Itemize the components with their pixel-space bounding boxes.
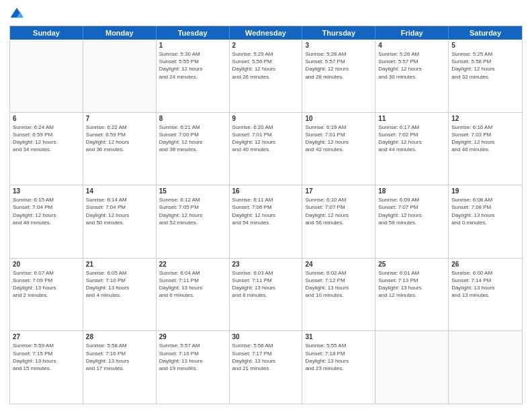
calendar-day-7: 7Sunrise: 6:22 AM Sunset: 6:59 PM Daylig… [83, 113, 157, 185]
calendar-day-25: 25Sunrise: 6:01 AM Sunset: 7:13 PM Dayli… [375, 259, 449, 331]
day-number: 21 [86, 261, 153, 268]
calendar-week-1: 6Sunrise: 6:24 AM Sunset: 6:59 PM Daylig… [10, 113, 522, 186]
day-info: Sunrise: 6:03 AM Sunset: 7:11 PM Dayligh… [232, 269, 300, 300]
day-number: 30 [232, 333, 300, 340]
page-header [9, 7, 523, 21]
day-info: Sunrise: 5:55 AM Sunset: 7:18 PM Dayligh… [305, 342, 372, 372]
calendar-day-16: 16Sunrise: 6:11 AM Sunset: 7:06 PM Dayli… [230, 185, 303, 258]
calendar-day-9: 9Sunrise: 6:20 AM Sunset: 7:01 PM Daylig… [230, 113, 303, 185]
day-info: Sunrise: 5:59 AM Sunset: 7:15 PM Dayligh… [13, 342, 80, 372]
day-number: 3 [305, 42, 372, 49]
calendar-day-27: 27Sunrise: 5:59 AM Sunset: 7:15 PM Dayli… [10, 331, 83, 404]
day-number: 1 [159, 42, 226, 49]
calendar-weekday-monday: Monday [83, 26, 157, 40]
day-info: Sunrise: 6:01 AM Sunset: 7:13 PM Dayligh… [378, 269, 445, 300]
day-info: Sunrise: 6:02 AM Sunset: 7:12 PM Dayligh… [305, 269, 372, 300]
day-number: 25 [378, 261, 445, 268]
day-info: Sunrise: 6:16 AM Sunset: 7:03 PM Dayligh… [451, 124, 519, 154]
day-number: 18 [378, 187, 445, 195]
day-info: Sunrise: 5:56 AM Sunset: 7:17 PM Dayligh… [232, 342, 300, 372]
calendar-weekday-friday: Friday [375, 26, 449, 40]
day-number: 28 [86, 333, 153, 340]
day-info: Sunrise: 6:22 AM Sunset: 6:59 PM Dayligh… [86, 124, 153, 154]
calendar-day-6: 6Sunrise: 6:24 AM Sunset: 6:59 PM Daylig… [10, 113, 83, 185]
day-info: Sunrise: 5:30 AM Sunset: 5:55 PM Dayligh… [159, 50, 226, 81]
day-number: 5 [451, 42, 519, 49]
day-info: Sunrise: 6:21 AM Sunset: 7:00 PM Dayligh… [159, 124, 226, 154]
calendar-day-12: 12Sunrise: 6:16 AM Sunset: 7:03 PM Dayli… [449, 113, 522, 185]
day-number: 26 [451, 261, 519, 268]
calendar-day-18: 18Sunrise: 6:09 AM Sunset: 7:07 PM Dayli… [375, 185, 449, 258]
calendar-day-29: 29Sunrise: 5:57 AM Sunset: 7:16 PM Dayli… [157, 331, 230, 404]
day-info: Sunrise: 6:20 AM Sunset: 7:01 PM Dayligh… [232, 124, 300, 154]
day-number: 31 [305, 333, 372, 340]
day-number: 20 [13, 261, 80, 268]
day-number: 11 [378, 115, 445, 122]
calendar-day-3: 3Sunrise: 5:28 AM Sunset: 5:57 PM Daylig… [302, 40, 375, 112]
calendar-day-26: 26Sunrise: 6:00 AM Sunset: 7:14 PM Dayli… [449, 259, 522, 331]
day-info: Sunrise: 6:09 AM Sunset: 7:07 PM Dayligh… [378, 196, 445, 226]
calendar-day-28: 28Sunrise: 5:58 AM Sunset: 7:16 PM Dayli… [83, 331, 157, 404]
calendar-day-8: 8Sunrise: 6:21 AM Sunset: 7:00 PM Daylig… [157, 113, 230, 185]
calendar-day-21: 21Sunrise: 6:05 AM Sunset: 7:10 PM Dayli… [83, 259, 157, 331]
day-info: Sunrise: 6:17 AM Sunset: 7:02 PM Dayligh… [378, 124, 445, 154]
day-info: Sunrise: 5:57 AM Sunset: 7:16 PM Dayligh… [159, 342, 226, 372]
day-number: 10 [305, 115, 372, 122]
calendar-day-23: 23Sunrise: 6:03 AM Sunset: 7:11 PM Dayli… [230, 259, 303, 331]
calendar-day-22: 22Sunrise: 6:04 AM Sunset: 7:11 PM Dayli… [157, 259, 230, 331]
calendar: SundayMondayTuesdayWednesdayThursdayFrid… [9, 26, 523, 404]
day-info: Sunrise: 6:04 AM Sunset: 7:11 PM Dayligh… [159, 269, 226, 300]
day-number: 19 [451, 187, 519, 195]
day-number: 23 [232, 261, 300, 268]
calendar-day-13: 13Sunrise: 6:15 AM Sunset: 7:04 PM Dayli… [10, 185, 83, 258]
day-number: 2 [232, 42, 300, 49]
day-number: 6 [13, 115, 80, 122]
day-number: 16 [232, 187, 300, 195]
day-number: 13 [13, 187, 80, 195]
calendar-day-4: 4Sunrise: 5:26 AM Sunset: 5:57 PM Daylig… [375, 40, 449, 112]
calendar-week-2: 13Sunrise: 6:15 AM Sunset: 7:04 PM Dayli… [10, 185, 522, 259]
day-info: Sunrise: 6:11 AM Sunset: 7:06 PM Dayligh… [232, 196, 300, 226]
day-number: 7 [86, 115, 153, 122]
day-number: 22 [159, 261, 226, 268]
day-info: Sunrise: 5:26 AM Sunset: 5:57 PM Dayligh… [378, 50, 445, 81]
day-number: 27 [13, 333, 80, 340]
day-info: Sunrise: 5:25 AM Sunset: 5:58 PM Dayligh… [451, 50, 519, 81]
day-info: Sunrise: 6:12 AM Sunset: 7:05 PM Dayligh… [159, 196, 226, 226]
calendar-week-4: 27Sunrise: 5:59 AM Sunset: 7:15 PM Dayli… [10, 331, 522, 404]
day-info: Sunrise: 6:00 AM Sunset: 7:14 PM Dayligh… [451, 269, 519, 300]
calendar-day-5: 5Sunrise: 5:25 AM Sunset: 5:58 PM Daylig… [449, 40, 522, 112]
calendar-day-10: 10Sunrise: 6:19 AM Sunset: 7:01 PM Dayli… [302, 113, 375, 185]
day-info: Sunrise: 6:10 AM Sunset: 7:07 PM Dayligh… [305, 196, 372, 226]
day-number: 4 [378, 42, 445, 49]
calendar-day-15: 15Sunrise: 6:12 AM Sunset: 7:05 PM Dayli… [157, 185, 230, 258]
day-number: 24 [305, 261, 372, 268]
calendar-weekday-sunday: Sunday [10, 26, 83, 40]
day-info: Sunrise: 6:14 AM Sunset: 7:04 PM Dayligh… [86, 196, 153, 226]
calendar-day-11: 11Sunrise: 6:17 AM Sunset: 7:02 PM Dayli… [375, 113, 449, 185]
day-info: Sunrise: 6:05 AM Sunset: 7:10 PM Dayligh… [86, 269, 153, 300]
day-number: 14 [86, 187, 153, 195]
calendar-weekday-wednesday: Wednesday [230, 26, 303, 40]
day-info: Sunrise: 6:15 AM Sunset: 7:04 PM Dayligh… [13, 196, 80, 226]
day-number: 29 [159, 333, 226, 340]
day-number: 12 [451, 115, 519, 122]
day-info: Sunrise: 6:08 AM Sunset: 7:08 PM Dayligh… [451, 196, 519, 226]
calendar-day-2: 2Sunrise: 5:29 AM Sunset: 5:56 PM Daylig… [230, 40, 303, 112]
calendar-weekday-thursday: Thursday [302, 26, 375, 40]
calendar-day-14: 14Sunrise: 6:14 AM Sunset: 7:04 PM Dayli… [83, 185, 157, 258]
calendar-week-3: 20Sunrise: 6:07 AM Sunset: 7:09 PM Dayli… [10, 259, 522, 332]
day-info: Sunrise: 5:58 AM Sunset: 7:16 PM Dayligh… [86, 342, 153, 372]
day-number: 9 [232, 115, 300, 122]
day-number: 15 [159, 187, 226, 195]
calendar-week-0: 1Sunrise: 5:30 AM Sunset: 5:55 PM Daylig… [10, 40, 522, 113]
calendar-empty-cell [10, 40, 83, 112]
day-info: Sunrise: 5:29 AM Sunset: 5:56 PM Dayligh… [232, 50, 300, 81]
calendar-day-24: 24Sunrise: 6:02 AM Sunset: 7:12 PM Dayli… [302, 259, 375, 331]
day-info: Sunrise: 5:28 AM Sunset: 5:57 PM Dayligh… [305, 50, 372, 81]
calendar-empty-cell [83, 40, 157, 112]
day-info: Sunrise: 6:19 AM Sunset: 7:01 PM Dayligh… [305, 124, 372, 154]
calendar-day-19: 19Sunrise: 6:08 AM Sunset: 7:08 PM Dayli… [449, 185, 522, 258]
calendar-empty-cell [375, 331, 449, 404]
calendar-day-31: 31Sunrise: 5:55 AM Sunset: 7:18 PM Dayli… [302, 331, 375, 404]
